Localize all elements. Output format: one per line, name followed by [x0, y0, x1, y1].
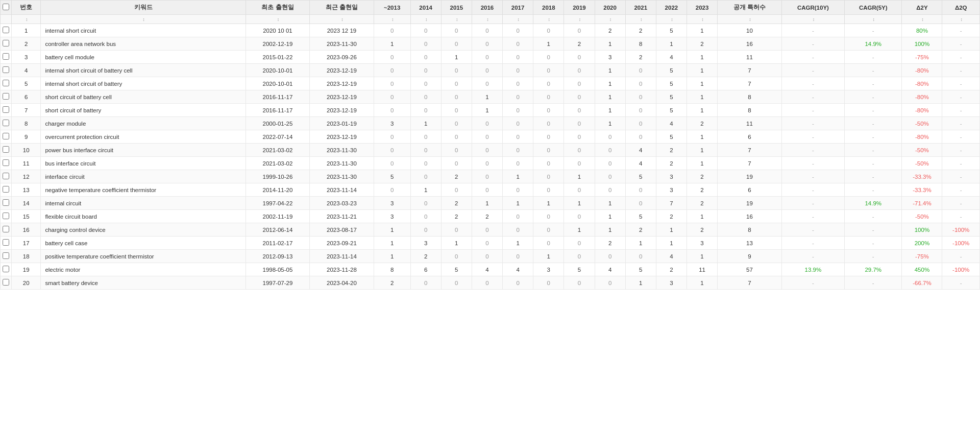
row-checkbox-7[interactable] [1, 104, 12, 117]
table-row: 17 battery cell case 2011-02-17 2023-09-… [1, 237, 980, 250]
table-row: 10 power bus interface circuit 2021-03-0… [1, 144, 980, 157]
col-header-2015[interactable]: 2015 [441, 1, 472, 15]
col-header-delta2q[interactable]: Δ2Q [942, 1, 980, 15]
checkbox-17[interactable] [3, 239, 9, 246]
col-header-cagr10y[interactable]: CAGR(10Y) [781, 1, 844, 15]
row-y2022-3: 4 [656, 51, 687, 64]
checkbox-14[interactable] [3, 199, 9, 206]
checkbox-19[interactable] [3, 266, 9, 272]
row-checkbox-8[interactable] [1, 117, 12, 130]
row-y2019-5: 0 [564, 77, 595, 90]
row-y2013-9: 0 [374, 130, 410, 144]
col-header-2021[interactable]: 2021 [625, 1, 656, 15]
row-y2022-14: 7 [656, 197, 687, 210]
row-y2020-5: 1 [595, 77, 625, 90]
checkbox-1[interactable] [3, 27, 9, 33]
row-delta2y-15: -50% [902, 210, 942, 223]
row-y2016-20: 0 [472, 276, 502, 290]
row-checkbox-3[interactable] [1, 51, 12, 64]
col-header-2020[interactable]: 2020 [595, 1, 625, 15]
col-header-first-date[interactable]: 최초 출현일 [246, 1, 310, 15]
row-y2017-9: 0 [503, 130, 533, 144]
row-checkbox-20[interactable] [1, 276, 12, 290]
row-y2020-16: 1 [595, 223, 625, 237]
row-checkbox-15[interactable] [1, 210, 12, 223]
checkbox-3[interactable] [3, 53, 9, 60]
table-row: 8 charger module 2000-01-25 2023-01-19 3… [1, 117, 980, 130]
col-header-delta2y[interactable]: Δ2Y [902, 1, 942, 15]
checkbox-8[interactable] [3, 120, 9, 126]
select-all-checkbox[interactable] [3, 4, 9, 10]
row-checkbox-4[interactable] [1, 64, 12, 77]
row-y2016-8: 0 [472, 117, 502, 130]
row-cagr5y-8: - [845, 117, 902, 130]
checkbox-7[interactable] [3, 106, 9, 113]
row-cagr5y-13: - [845, 183, 902, 197]
checkbox-12[interactable] [3, 173, 9, 179]
checkbox-5[interactable] [3, 80, 9, 86]
col-header-2013[interactable]: ~2013 [374, 1, 410, 15]
row-checkbox-10[interactable] [1, 144, 12, 157]
row-public-patent-3: 11 [718, 51, 782, 64]
checkbox-10[interactable] [3, 146, 9, 153]
col-header-2022[interactable]: 2022 [656, 1, 687, 15]
row-y2017-3: 0 [503, 51, 533, 64]
row-y2016-6: 1 [472, 90, 502, 104]
row-y2020-11: 0 [595, 157, 625, 170]
col-header-2023[interactable]: 2023 [687, 1, 717, 15]
row-checkbox-17[interactable] [1, 237, 12, 250]
row-y2014-8: 1 [410, 117, 441, 130]
checkbox-18[interactable] [3, 252, 9, 259]
checkbox-16[interactable] [3, 226, 9, 232]
col-header-no[interactable]: 번호 [12, 1, 41, 15]
checkbox-13[interactable] [3, 186, 9, 193]
row-first-date-5: 2020-10-01 [246, 77, 310, 90]
row-last-date-12: 2023-11-30 [310, 170, 374, 183]
row-y2017-20: 0 [503, 276, 533, 290]
checkbox-2[interactable] [3, 40, 9, 46]
checkbox-header[interactable] [1, 1, 12, 15]
row-last-date-4: 2023-12-19 [310, 64, 374, 77]
row-y2017-17: 1 [503, 237, 533, 250]
row-checkbox-14[interactable] [1, 197, 12, 210]
row-checkbox-19[interactable] [1, 263, 12, 276]
col-header-2014[interactable]: 2014 [410, 1, 441, 15]
col-header-keyword[interactable]: 키워드 [41, 1, 246, 15]
row-delta2q-19: -100% [942, 263, 980, 276]
col-header-2019[interactable]: 2019 [564, 1, 595, 15]
row-y2021-8: 0 [625, 117, 656, 130]
checkbox-9[interactable] [3, 133, 9, 139]
checkbox-11[interactable] [3, 159, 9, 166]
col-header-2017[interactable]: 2017 [503, 1, 533, 15]
row-y2015-15: 2 [441, 210, 472, 223]
row-checkbox-6[interactable] [1, 90, 12, 104]
col-header-cagr5y[interactable]: CAGR(5Y) [845, 1, 902, 15]
row-first-date-15: 2002-11-19 [246, 210, 310, 223]
checkbox-6[interactable] [3, 93, 9, 100]
row-checkbox-16[interactable] [1, 223, 12, 237]
row-cagr5y-16: - [845, 223, 902, 237]
row-y2018-5: 0 [533, 77, 564, 90]
sub-2021: ↕ [625, 15, 656, 24]
row-checkbox-2[interactable] [1, 37, 12, 51]
row-checkbox-9[interactable] [1, 130, 12, 144]
row-first-date-19: 1998-05-05 [246, 263, 310, 276]
col-header-2018[interactable]: 2018 [533, 1, 564, 15]
row-y2017-13: 0 [503, 183, 533, 197]
row-keyword-4: internal short circuit of battery cell [41, 64, 246, 77]
row-checkbox-12[interactable] [1, 170, 12, 183]
row-checkbox-11[interactable] [1, 157, 12, 170]
checkbox-15[interactable] [3, 213, 9, 219]
checkbox-20[interactable] [3, 279, 9, 286]
col-header-public-patent[interactable]: 공개 특허수 [718, 1, 782, 15]
col-header-last-date[interactable]: 최근 출현일 [310, 1, 374, 15]
row-checkbox-18[interactable] [1, 250, 12, 263]
row-y2013-2: 1 [374, 37, 410, 51]
checkbox-4[interactable] [3, 66, 9, 73]
col-header-2016[interactable]: 2016 [472, 1, 502, 15]
row-checkbox-5[interactable] [1, 77, 12, 90]
sub-2020: ↕ [595, 15, 625, 24]
row-checkbox-13[interactable] [1, 183, 12, 197]
row-y2017-5: 0 [503, 77, 533, 90]
row-checkbox-1[interactable] [1, 24, 12, 37]
